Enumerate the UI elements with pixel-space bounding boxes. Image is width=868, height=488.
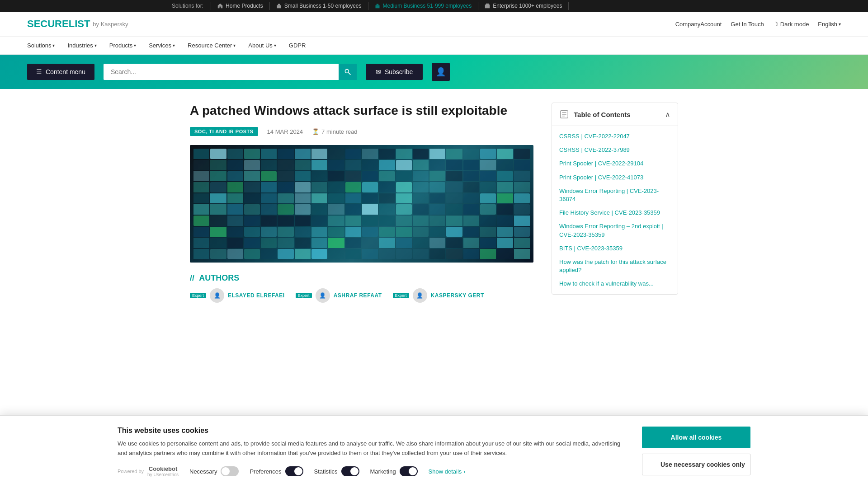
toc-link[interactable]: Windows Error Reporting | CVE-2023-36874 (552, 184, 678, 206)
toc-link[interactable]: How to check if a vulnerability was... (552, 277, 678, 291)
nav-services[interactable]: Services ▾ (149, 37, 175, 54)
author-item: Expert 👤 ASHRAF REFAAT (296, 288, 382, 303)
language-selector[interactable]: English ▾ (818, 21, 841, 28)
search-container (104, 64, 357, 80)
hourglass-icon: ⏳ (312, 128, 319, 135)
company-account-link[interactable]: CompanyAccount (675, 21, 722, 28)
header: SECURELIST by Kaspersky CompanyAccount G… (0, 12, 868, 37)
logo-by: by Kaspersky (93, 21, 128, 28)
topbar-enterprise[interactable]: Enterprise 1000+ employees (478, 2, 569, 10)
dark-mode-toggle[interactable]: ☽ Dark mode (773, 21, 809, 28)
dark-mode-label: Dark mode (780, 21, 809, 28)
svg-rect-3 (376, 4, 378, 5)
svg-line-7 (349, 73, 351, 75)
author-item: Expert 👤 ELSAYED ELREFAEI (190, 288, 285, 303)
main-nav: Solutions ▾ Industries ▾ Products ▾ Serv… (0, 37, 868, 55)
search-input[interactable] (104, 64, 357, 80)
article-meta: SOC, TI AND IR POSTS 14 MAR 2024 ⏳ 7 min… (190, 127, 533, 136)
toc-link[interactable]: Print Spooler | CVE-2022-41073 (552, 171, 678, 184)
toc-link[interactable]: BITS | CVE-2023-35359 (552, 242, 678, 255)
avatar: 👤 (413, 288, 427, 303)
nav-products[interactable]: Products ▾ (109, 37, 136, 54)
logo[interactable]: SECURELIST by Kaspersky (27, 18, 128, 30)
search-button[interactable] (339, 64, 357, 80)
avatar: 👤 (316, 288, 330, 303)
toc-sidebar: Table of Contents ∧ CSRSS | CVE-2022-220… (552, 103, 678, 303)
authors-list: Expert 👤 ELSAYED ELREFAEI Expert 👤 ASHRA… (190, 288, 533, 303)
search-icon (344, 68, 351, 75)
author-name: ASHRAF REFAAT (334, 292, 382, 299)
nav-about-us[interactable]: About Us ▾ (248, 37, 276, 54)
toc-link[interactable]: Windows Error Reporting – 2nd exploit | … (552, 220, 678, 241)
chevron-down-icon: ▾ (274, 43, 276, 48)
article-tag: SOC, TI AND IR POSTS (190, 127, 258, 136)
header-right: CompanyAccount Get In Touch ☽ Dark mode … (675, 21, 841, 28)
solutions-label: Solutions for: (172, 3, 203, 9)
toc-links: CSRSS | CVE-2022-22047 CSRSS | CVE-2022-… (552, 126, 678, 294)
top-bar-links: Home Products Small Business 1-50 employ… (211, 2, 569, 10)
nav-solutions[interactable]: Solutions ▾ (27, 37, 55, 54)
chevron-down-icon: ▾ (94, 43, 97, 48)
toc-icon (559, 109, 569, 119)
toc-header: Table of Contents ∧ (552, 103, 678, 126)
email-icon: ✉ (376, 68, 381, 75)
author-item: Expert 👤 KASPERSKY GERT (393, 288, 484, 303)
topbar-small-business[interactable]: Small Business 1-50 employees (270, 2, 368, 10)
topbar-medium-business[interactable]: Medium Business 51-999 employees (368, 2, 479, 10)
article-title: A patched Windows attack surface is stil… (190, 103, 533, 119)
toc-box: Table of Contents ∧ CSRSS | CVE-2022-220… (552, 103, 678, 295)
svg-rect-1 (278, 4, 280, 5)
toc-link[interactable]: Print Spooler | CVE-2022-29104 (552, 157, 678, 170)
chevron-down-icon: ▾ (173, 43, 175, 48)
svg-rect-2 (375, 5, 379, 9)
logo-secure: SECURE (27, 18, 69, 29)
article-read-time: ⏳ 7 minute read (312, 128, 358, 135)
nav-industries[interactable]: Industries ▾ (67, 37, 96, 54)
user-account-button[interactable]: 👤 (432, 63, 450, 81)
toc-link[interactable]: CSRSS | CVE-2022-22047 (552, 130, 678, 143)
svg-point-6 (345, 69, 349, 73)
language-label: English (818, 21, 837, 28)
nav-resource-center[interactable]: Resource Center ▾ (188, 37, 236, 54)
main-content: A patched Windows attack surface is stil… (163, 89, 705, 316)
subscribe-button[interactable]: ✉ Subscribe (366, 64, 423, 80)
authors-label: AUTHORS (199, 273, 239, 282)
language-chevron-icon: ▾ (839, 22, 841, 27)
menu-icon: ☰ (36, 68, 42, 75)
svg-rect-4 (485, 5, 490, 8)
search-banner: ☰ Content menu ✉ Subscribe 👤 (0, 55, 868, 89)
article-area: A patched Windows attack surface is stil… (190, 103, 533, 303)
svg-rect-0 (277, 5, 281, 9)
nav-gdpr[interactable]: GDPR (289, 37, 306, 54)
get-in-touch-link[interactable]: Get In Touch (731, 21, 764, 28)
authors-section: // AUTHORS Expert 👤 ELSAYED ELREFAEI Exp… (190, 273, 533, 303)
svg-rect-5 (486, 4, 489, 5)
avatar: 👤 (210, 288, 224, 303)
toc-collapse-button[interactable]: ∧ (665, 110, 670, 119)
chevron-down-icon: ▾ (52, 43, 55, 48)
toc-link[interactable]: How was the patch for this attack surfac… (552, 255, 678, 277)
top-bar: Solutions for: Home Products Small Busin… (0, 0, 868, 12)
user-icon: 👤 (436, 67, 446, 77)
toc-link[interactable]: File History Service | CVE-2023-35359 (552, 206, 678, 220)
author-name: ELSAYED ELREFAEI (228, 292, 285, 299)
topbar-home-products[interactable]: Home Products (211, 2, 270, 10)
article-hero-image (190, 145, 533, 263)
toc-title: Table of Contents (574, 111, 631, 118)
content-menu-button[interactable]: ☰ Content menu (27, 64, 94, 80)
chevron-down-icon: ▾ (233, 43, 236, 48)
chevron-down-icon: ▾ (134, 43, 136, 48)
logo-list: LIST (69, 18, 90, 29)
article-date: 14 MAR 2024 (267, 128, 303, 135)
author-name: KASPERSKY GERT (431, 292, 484, 299)
toc-link[interactable]: CSRSS | CVE-2022-37989 (552, 143, 678, 157)
